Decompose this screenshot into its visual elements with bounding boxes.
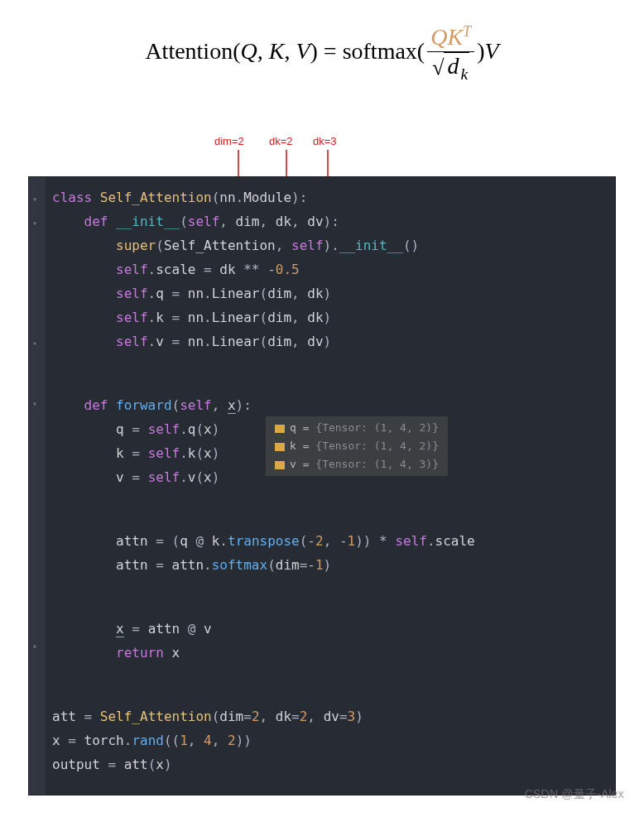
code-line: self.q = nn.Linear(dim, dk) — [52, 281, 615, 305]
code-line: self.scale = dk ** -0.5 — [52, 257, 615, 281]
editor-gutter: ▾ ▾ ▴ ▾ ▴ — [29, 177, 46, 795]
blank-line — [52, 665, 615, 704]
code-editor: ▾ ▾ ▴ ▾ ▴ class Self_Attention(nn.Module… — [28, 176, 616, 795]
fold-icon[interactable]: ▴ — [32, 330, 42, 340]
frac-num-sup: T — [463, 23, 471, 40]
list-icon — [275, 425, 285, 433]
formula-eq: ) = — [310, 38, 343, 64]
code-line: x = torch.rand((1, 4, 2)) — [52, 728, 615, 752]
fold-icon[interactable]: ▾ — [32, 392, 42, 401]
watermark: CSDN @量子-Alex — [525, 787, 624, 802]
tooltip-val: {Tensor: (1, 4, 2)} — [315, 421, 439, 434]
fold-icon[interactable]: ▾ — [32, 211, 42, 221]
code-line: x = attn @ v — [52, 617, 615, 641]
formula-close: ) — [477, 38, 484, 64]
blank-line — [52, 489, 615, 529]
formula-lhs: Attention( — [145, 38, 240, 64]
tooltip-var: q — [290, 421, 296, 434]
tooltip-var: k — [290, 440, 296, 452]
code-line: def forward(self, x): — [52, 393, 615, 417]
code-line: output = att(x) — [52, 752, 615, 776]
blank-line — [52, 353, 615, 393]
code-line: super(Self_Attention, self).__init__() — [52, 233, 615, 257]
list-icon — [275, 461, 285, 469]
code-line: return x — [52, 641, 615, 665]
code-line: self.k = nn.Linear(dim, dk) — [52, 305, 615, 329]
blank-line — [52, 577, 615, 617]
code-line: attn = attn.softmax(dim=-1) — [52, 553, 615, 577]
code-line: att = Self_Attention(dim=2, dk=2, dv=3) — [52, 704, 615, 728]
tooltip-row: q = {Tensor: (1, 4, 2)} — [275, 419, 439, 437]
formula-trailingV: V — [485, 38, 499, 64]
code-line: self.v = nn.Linear(dim, dv) — [52, 329, 615, 353]
annot-dim-label: dim=2 — [214, 135, 244, 147]
annotation-row: dim=2 dk=2 dk=3 — [0, 135, 644, 176]
frac-den-d: d — [445, 52, 460, 79]
list-icon — [275, 443, 285, 451]
annot-dk3-label: dk=3 — [313, 135, 337, 147]
tooltip-row: k = {Tensor: (1, 4, 2)} — [275, 437, 439, 455]
fold-icon[interactable]: ▴ — [32, 633, 42, 643]
code-body: class Self_Attention(nn.Module): def __i… — [29, 185, 615, 776]
code-line: attn = (q @ k.transpose(-2, -1)) * self.… — [52, 529, 615, 553]
annot-dk-label: dk=2 — [269, 135, 293, 147]
formula-fraction: QKTdk — [427, 23, 474, 84]
code-line: def __init__(self, dim, dk, dv): — [52, 209, 615, 233]
tooltip-row: v = {Tensor: (1, 4, 3)} — [275, 455, 439, 473]
frac-den-sub: k — [460, 65, 468, 83]
fold-icon[interactable]: ▾ — [32, 187, 42, 197]
formula-V: V — [296, 38, 310, 64]
formula-softmax: softmax( — [343, 38, 425, 64]
formula-K: K — [269, 38, 285, 64]
debug-tooltip: q = {Tensor: (1, 4, 2)} k = {Tensor: (1,… — [265, 416, 449, 477]
formula: Attention(Q, K, V) = softmax(QKTdk)V — [0, 0, 644, 89]
code-line: class Self_Attention(nn.Module): — [52, 185, 615, 209]
formula-Q: Q — [240, 38, 257, 64]
frac-num: QK — [430, 24, 463, 50]
tooltip-var: v — [290, 458, 296, 470]
tooltip-val: {Tensor: (1, 4, 3)} — [315, 458, 439, 470]
tooltip-val: {Tensor: (1, 4, 2)} — [315, 440, 439, 452]
sqrt-icon: dk — [432, 52, 469, 84]
